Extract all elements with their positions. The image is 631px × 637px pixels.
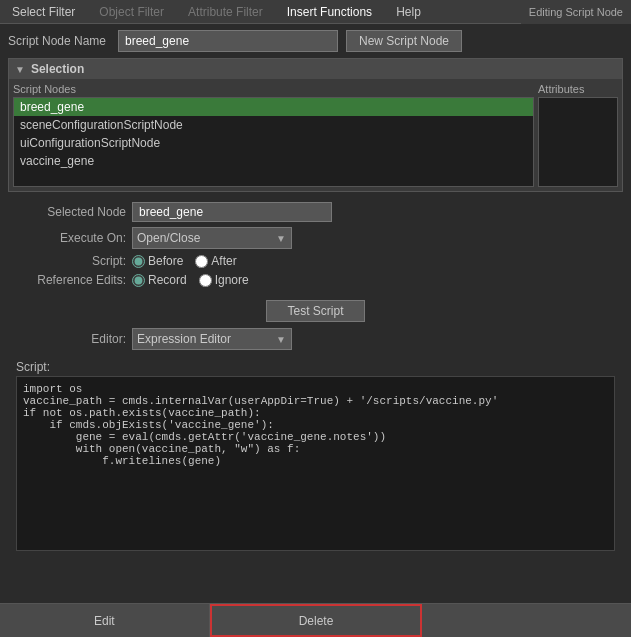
attributes-header: Attributes [538, 83, 618, 95]
bottom-bar: Edit Delete [0, 603, 631, 637]
script-content-label: Script: [8, 356, 623, 376]
script-nodes-section: Script Nodes breed_genesceneConfiguratio… [13, 83, 534, 187]
ref-ignore-radio-label[interactable]: Ignore [199, 273, 249, 287]
delete-button[interactable]: Delete [210, 604, 423, 637]
editor-row: Editor: Expression Editor Script Editor … [8, 326, 623, 352]
script-after-label: After [211, 254, 236, 268]
script-before-radio-label[interactable]: Before [132, 254, 183, 268]
editing-script-node-label: Editing Script Node [521, 0, 631, 24]
script-radio-row: Script: Before After [16, 254, 615, 268]
attributes-section: Attributes [538, 83, 618, 187]
script-nodes-header: Script Nodes [13, 83, 534, 95]
new-script-node-button[interactable]: New Script Node [346, 30, 462, 52]
editor-dropdown[interactable]: Expression Editor Script Editor [132, 328, 292, 350]
execute-on-row: Execute On: Open/Close Always Never ▼ [16, 227, 615, 249]
script-before-label: Before [148, 254, 183, 268]
selection-body: Script Nodes breed_genesceneConfiguratio… [9, 79, 622, 191]
selection-header[interactable]: ▼ Selection [9, 59, 622, 79]
form-section: Selected Node Execute On: Open/Close Alw… [8, 198, 623, 296]
list-item[interactable]: uiConfigurationScriptNode [14, 134, 533, 152]
selection-panel: ▼ Selection Script Nodes breed_genescene… [8, 58, 623, 192]
script-radio-group: Before After [132, 254, 237, 268]
execute-on-label: Execute On: [16, 231, 126, 245]
editor-label: Editor: [16, 332, 126, 346]
list-item[interactable]: sceneConfigurationScriptNode [14, 116, 533, 134]
execute-on-dropdown[interactable]: Open/Close Always Never [132, 227, 292, 249]
script-after-radio[interactable] [195, 255, 208, 268]
selected-node-label: Selected Node [16, 205, 126, 219]
ref-record-radio-label[interactable]: Record [132, 273, 187, 287]
ref-ignore-label: Ignore [215, 273, 249, 287]
menu-select-filter[interactable]: Select Filter [8, 3, 79, 21]
ref-ignore-radio[interactable] [199, 274, 212, 287]
main-content: Script Node Name New Script Node ▼ Selec… [0, 24, 631, 557]
selection-title: Selection [31, 62, 84, 76]
editor-dropdown-wrapper: Expression Editor Script Editor ▼ [132, 328, 292, 350]
extra-button[interactable] [422, 604, 631, 637]
ref-edits-row: Reference Edits: Record Ignore [16, 273, 615, 287]
menu-attribute-filter[interactable]: Attribute Filter [184, 3, 267, 21]
selected-node-row: Selected Node [16, 202, 615, 222]
script-node-name-input[interactable] [118, 30, 338, 52]
script-before-radio[interactable] [132, 255, 145, 268]
menu-insert-functions[interactable]: Insert Functions [283, 3, 376, 21]
ref-edits-label: Reference Edits: [16, 273, 126, 287]
script-radio-label: Script: [16, 254, 126, 268]
script-node-name-label: Script Node Name [8, 34, 118, 48]
script-area[interactable]: import os vaccine_path = cmds.internalVa… [16, 376, 615, 551]
list-item[interactable]: vaccine_gene [14, 152, 533, 170]
edit-button[interactable]: Edit [0, 604, 210, 637]
menu-object-filter[interactable]: Object Filter [95, 3, 168, 21]
ref-edits-radio-group: Record Ignore [132, 273, 249, 287]
ref-record-radio[interactable] [132, 274, 145, 287]
execute-on-dropdown-wrapper: Open/Close Always Never ▼ [132, 227, 292, 249]
menu-help[interactable]: Help [392, 3, 425, 21]
script-after-radio-label[interactable]: After [195, 254, 236, 268]
chevron-down-icon: ▼ [15, 64, 25, 75]
selected-node-input[interactable] [132, 202, 332, 222]
script-nodes-list[interactable]: breed_genesceneConfigurationScriptNodeui… [13, 97, 534, 187]
test-script-button[interactable]: Test Script [266, 300, 364, 322]
ref-record-label: Record [148, 273, 187, 287]
list-item[interactable]: breed_gene [14, 98, 533, 116]
script-node-name-row: Script Node Name New Script Node [8, 30, 623, 52]
